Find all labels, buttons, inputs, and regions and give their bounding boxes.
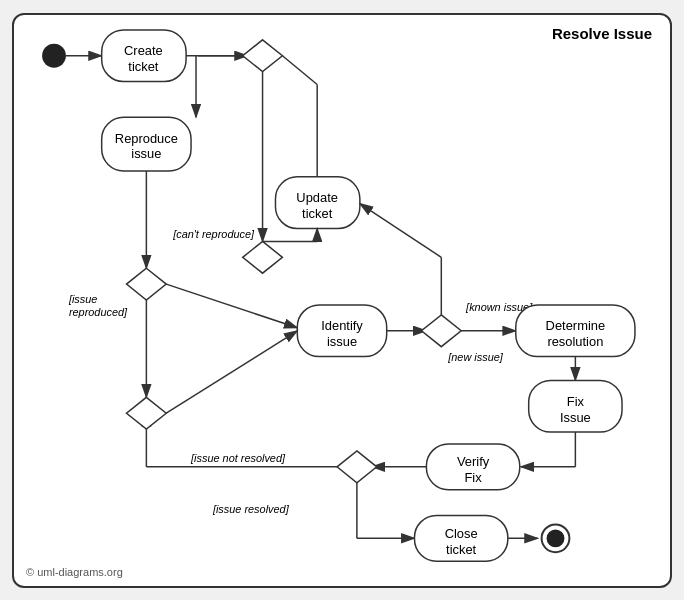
diamond1 <box>243 39 283 71</box>
guard-cant-reproduce: [can't reproduce] <box>172 228 255 240</box>
close-label1: Close <box>445 525 478 540</box>
reproduce-label2: issue <box>131 146 161 161</box>
guard-issue-reproduced2: reproduced] <box>69 305 128 317</box>
arrow-d3-identify <box>166 284 297 328</box>
start-node <box>42 43 66 67</box>
diamond5 <box>421 314 461 346</box>
close-label2: ticket <box>446 541 477 556</box>
update-label1: Update <box>296 190 338 205</box>
diamond6 <box>337 450 377 482</box>
guard-not-resolved: [issue not resolved] <box>190 451 286 463</box>
create-ticket-label: Create <box>124 43 163 58</box>
update-label2: ticket <box>302 206 333 221</box>
guard-resolved: [issue resolved] <box>212 503 290 515</box>
determine-label2: resolution <box>547 334 603 349</box>
arrow-d5-update-h <box>360 203 441 257</box>
arrow-d4-identify <box>166 330 297 412</box>
diamond2 <box>243 241 283 273</box>
identify-label2: issue <box>327 334 357 349</box>
end-node <box>547 529 565 547</box>
arrow-update-d1 <box>282 55 317 84</box>
determine-label1: Determine <box>546 318 605 333</box>
identify-label1: Identify <box>321 318 363 333</box>
create-ticket-label2: ticket <box>128 59 159 74</box>
guard-new-issue: [new issue] <box>447 350 504 362</box>
diamond3 <box>127 268 167 300</box>
diamond4 <box>127 397 167 429</box>
fix-label1: Fix <box>567 393 585 408</box>
reproduce-label1: Reproduce <box>115 130 178 145</box>
diagram-container: Resolve Issue © uml-diagrams.org Create … <box>12 13 672 588</box>
guard-issue-reproduced: [issue <box>68 292 98 304</box>
verify-label2: Fix <box>464 470 482 485</box>
verify-label1: Verify <box>457 454 490 469</box>
fix-label2: Issue <box>560 409 591 424</box>
